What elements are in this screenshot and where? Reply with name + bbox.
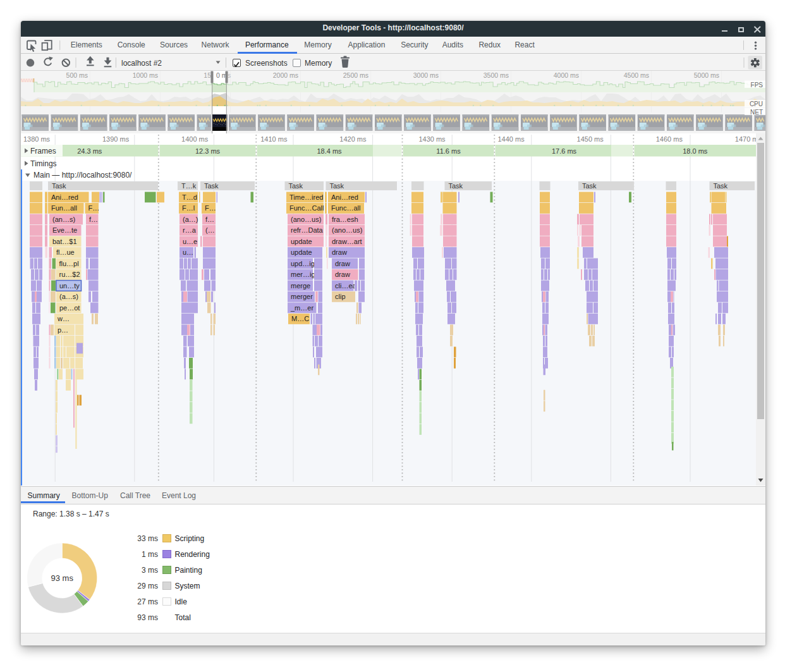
svg-text:Main — http://localhost:9080/: Main — http://localhost:9080/	[33, 171, 132, 180]
svg-text:1380 ms: 1380 ms	[23, 135, 51, 143]
svg-text:Time…ired: Time…ired	[289, 193, 323, 201]
svg-text:merger: merger	[291, 293, 313, 300]
svg-text:1000 ms: 1000 ms	[133, 71, 158, 79]
svg-text:CPU: CPU	[750, 101, 763, 107]
svg-text:Task: Task	[449, 182, 463, 190]
svg-text:4500 ms: 4500 ms	[624, 71, 649, 79]
svg-text:1460 ms: 1460 ms	[656, 135, 683, 143]
svg-text:un…ty: un…ty	[59, 282, 80, 290]
svg-text:18.0 ms: 18.0 ms	[683, 147, 708, 155]
svg-text:T…d: T…d	[182, 193, 197, 201]
svg-text:F…: F…	[205, 204, 216, 212]
svg-text:2000 ms: 2000 ms	[273, 71, 298, 79]
svg-text:Func…Call: Func…Call	[289, 204, 324, 212]
svg-text:Task: Task	[330, 182, 344, 190]
svg-text:Frames: Frames	[30, 147, 56, 156]
svg-text:T…k: T…k	[181, 182, 197, 190]
svg-text:draw: draw	[335, 271, 350, 278]
svg-text:draw: draw	[335, 260, 350, 267]
svg-text:update: update	[291, 238, 312, 245]
svg-text:Fun…all: Fun…all	[51, 204, 77, 212]
svg-text:draw…art: draw…art	[332, 238, 362, 245]
svg-text:1410 ms: 1410 ms	[260, 135, 288, 143]
svg-text:FPS: FPS	[751, 82, 764, 89]
svg-text:93 ms: 93 ms	[51, 573, 73, 583]
svg-text:Eve…te: Eve…te	[52, 226, 77, 234]
svg-text:24.3 ms: 24.3 ms	[77, 147, 102, 155]
svg-text:u…e: u…e	[183, 238, 197, 245]
svg-text:(a…): (a…)	[183, 216, 198, 223]
svg-text:1400 ms: 1400 ms	[181, 135, 209, 143]
svg-text:Func…all: Func…all	[331, 204, 360, 212]
svg-text:Task: Task	[714, 182, 728, 190]
svg-text:(…: (…	[205, 226, 215, 234]
svg-text:M…C: M…C	[291, 315, 309, 322]
svg-text:11.6 ms: 11.6 ms	[436, 147, 461, 155]
svg-text:1390 ms: 1390 ms	[102, 135, 130, 143]
svg-text:w…: w…	[57, 315, 70, 322]
svg-text:f…: f…	[205, 216, 214, 223]
svg-text:r…a: r…a	[183, 226, 197, 234]
svg-text:NET: NET	[750, 109, 763, 116]
svg-text:(ano…us): (ano…us)	[332, 226, 362, 234]
svg-text:u…: u…	[183, 248, 193, 256]
svg-text:p…: p…	[58, 326, 68, 334]
svg-text:4000 ms: 4000 ms	[554, 71, 579, 79]
svg-text:pe…ot: pe…ot	[59, 304, 80, 312]
svg-text:1430 ms: 1430 ms	[418, 135, 446, 143]
svg-text:Ani…red: Ani…red	[51, 193, 78, 201]
svg-text:fl…ue: fl…ue	[56, 248, 75, 256]
svg-text:(ano…us): (ano…us)	[291, 216, 321, 223]
svg-text:F…: F…	[88, 204, 100, 212]
svg-text:Task: Task	[289, 182, 303, 190]
svg-text:15: 15	[204, 71, 211, 79]
svg-text:3000 ms: 3000 ms	[413, 71, 439, 79]
svg-text:(an…s): (an…s)	[52, 216, 75, 223]
svg-text:12.3 ms: 12.3 ms	[195, 147, 221, 155]
svg-text:s: s	[228, 71, 231, 79]
svg-text:Timings: Timings	[30, 159, 57, 168]
svg-text:1420 ms: 1420 ms	[339, 135, 367, 143]
svg-text:Ani…red: Ani…red	[331, 193, 358, 201]
svg-text:17.6 ms: 17.6 ms	[552, 147, 577, 155]
svg-text:(a…s): (a…s)	[59, 293, 78, 300]
svg-text:mer…ig: mer…ig	[291, 271, 315, 278]
svg-text:1450 ms: 1450 ms	[577, 135, 604, 143]
svg-text:merge: merge	[291, 282, 310, 290]
svg-text:Task: Task	[52, 182, 66, 190]
svg-text:1440 ms: 1440 ms	[498, 135, 525, 143]
svg-text:refr…Data: refr…Data	[291, 226, 324, 234]
svg-text:5000 ms: 5000 ms	[694, 71, 719, 79]
svg-text:F…l: F…l	[182, 204, 195, 212]
svg-text:bat…$1: bat…$1	[52, 238, 77, 245]
svg-text:18.4 ms: 18.4 ms	[317, 147, 342, 155]
svg-text:cli…ea: cli…ea	[335, 282, 357, 290]
svg-text:upd…ig: upd…ig	[291, 260, 315, 267]
svg-text:Task: Task	[204, 182, 219, 190]
svg-text:500 ms: 500 ms	[66, 71, 88, 79]
svg-text:Task: Task	[582, 182, 597, 190]
svg-text:f…: f…	[89, 216, 98, 223]
svg-text:ru…$2: ru…$2	[59, 271, 80, 278]
svg-text:fra…esh: fra…esh	[332, 216, 358, 223]
svg-text:flu…pl: flu…pl	[59, 260, 79, 267]
svg-text:_m…er: _m…er	[290, 304, 313, 312]
svg-text:draw: draw	[332, 248, 347, 256]
svg-text:3500 ms: 3500 ms	[484, 71, 509, 79]
svg-text:update: update	[291, 248, 312, 256]
svg-text:2500 ms: 2500 ms	[343, 71, 368, 79]
svg-text:clip: clip	[335, 293, 346, 300]
